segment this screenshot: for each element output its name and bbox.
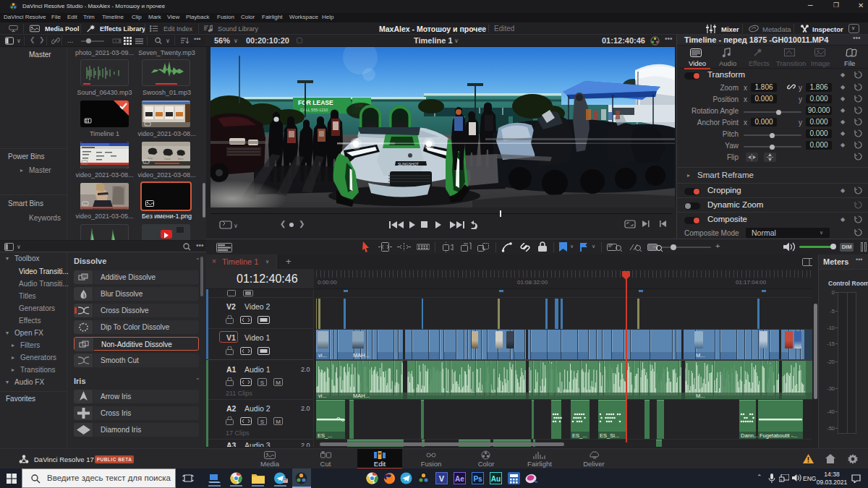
svg-text:SLINGSHOT: SLINGSHOT xyxy=(398,162,419,166)
svg-text:Sony: Sony xyxy=(148,157,153,160)
svg-text:Canon: Canon xyxy=(164,158,171,160)
svg-text:ES_...: ES_... xyxy=(572,432,587,439)
svg-text:M...: M... xyxy=(696,393,705,399)
svg-text:FOR LEASE: FOR LEASE xyxy=(298,99,333,106)
svg-text:CALL 555-1210: CALL 555-1210 xyxy=(300,108,328,112)
svg-text:ES_Si...: ES_Si... xyxy=(600,432,619,439)
svg-text:Dann...: Dann... xyxy=(741,432,758,439)
svg-text:♪: ♪ xyxy=(145,160,146,164)
svg-text:Nikon: Nikon xyxy=(178,158,184,160)
svg-text:♪: ♪ xyxy=(145,123,147,127)
svg-text:♪: ♪ xyxy=(83,161,85,165)
svg-text:∨: ∨ xyxy=(234,223,238,229)
svg-text:ES_...: ES_... xyxy=(318,432,332,439)
svg-text:vi...: vi... xyxy=(318,393,327,399)
svg-text:Fugetaboutit -...: Fugetaboutit -... xyxy=(760,432,798,439)
svg-text:MAH...: MAH... xyxy=(353,393,370,399)
svg-text:♪: ♪ xyxy=(84,202,85,206)
